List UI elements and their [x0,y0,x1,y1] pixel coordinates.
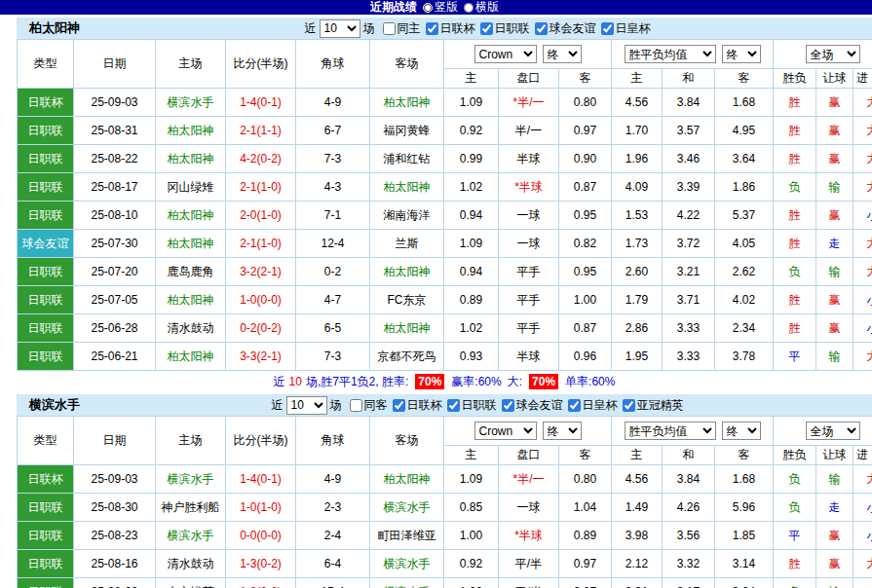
score[interactable]: 1-3(0-2) [226,550,296,578]
filter-checkbox[interactable] [350,399,362,412]
away-team[interactable]: 柏太阳神 [370,465,444,494]
home-team[interactable]: 清水鼓动 [156,314,226,343]
avg-draw-odds: 3.46 [663,145,715,173]
layout-option[interactable]: 竖版 [423,0,458,16]
away-team[interactable]: 柏太阳神 [370,258,444,286]
filter-option[interactable]: 日职联 [447,397,497,414]
score[interactable]: 3-3(2-1) [226,343,296,371]
filter-checkbox[interactable] [426,22,438,35]
recent-count-select[interactable]: 10 [286,396,327,415]
score[interactable]: 0-0(0-0) [226,522,296,550]
filter-checkbox[interactable] [623,399,635,412]
filter-option[interactable]: 同客 [350,397,388,414]
league-badge[interactable]: 日联杯 [18,465,74,494]
score[interactable]: 1-4(0-1) [226,465,296,494]
score[interactable]: 1-0(0-0) [226,578,296,588]
away-team[interactable]: 福冈黄蜂 [370,117,444,145]
away-team[interactable]: 兰斯 [370,230,444,258]
league-badge[interactable]: 日职联 [18,117,74,145]
scope-select[interactable]: 全场 [806,422,860,440]
league-badge[interactable]: 日联杯 [18,89,74,117]
home-team[interactable]: 冈山绿雉 [156,173,226,202]
score[interactable]: 1-0(0-0) [226,286,296,314]
home-team[interactable]: 清水鼓动 [156,550,226,578]
score[interactable]: 4-2(0-2) [226,145,296,173]
odds-final-select[interactable]: 终 [543,45,582,63]
odds-final-select[interactable]: 终 [543,422,582,440]
league-badge[interactable]: 日职联 [18,343,74,371]
layout-option[interactable]: 横版 [464,0,499,16]
league-badge[interactable]: 日职联 [18,145,74,173]
away-team[interactable]: 浦和红钻 [370,145,444,173]
league-badge[interactable]: 日职联 [18,578,74,588]
filter-option[interactable]: 球会友谊 [502,397,563,414]
layout-radio[interactable] [464,3,474,13]
score[interactable]: 2-1(1-1) [226,117,296,145]
home-team[interactable]: 柏太阳神 [156,286,226,314]
league-badge[interactable]: 球会友谊 [18,230,74,258]
home-team[interactable]: 横滨水手 [156,465,226,494]
home-team[interactable]: 神户胜利船 [156,494,226,522]
away-team[interactable]: 町田泽维亚 [370,522,444,550]
home-team[interactable]: 鹿岛鹿角 [156,258,226,286]
league-badge[interactable]: 日职联 [18,522,74,550]
score[interactable]: 3-2(2-1) [226,258,296,286]
filter-checkbox[interactable] [601,22,614,35]
league-badge[interactable]: 日职联 [18,258,74,286]
score[interactable]: 0-2(0-2) [226,314,296,343]
home-team[interactable]: 柏太阳神 [156,145,226,173]
league-badge[interactable]: 日职联 [18,173,74,202]
filter-checkbox[interactable] [568,399,581,412]
league-badge[interactable]: 日职联 [18,314,74,343]
home-team[interactable]: 柏太阳神 [156,202,226,230]
away-team[interactable]: 京都不死鸟 [370,343,444,371]
layout-radio[interactable] [423,3,433,13]
scope-select[interactable]: 全场 [806,45,860,63]
away-team[interactable]: 横滨水手 [370,578,444,588]
odds-company-select[interactable]: Crown [474,422,537,440]
league-badge[interactable]: 日职联 [18,550,74,578]
league-badge[interactable]: 日职联 [18,286,74,314]
home-team[interactable]: 柏太阳神 [156,343,226,371]
home-team[interactable]: 横滨水手 [156,89,226,117]
home-team[interactable]: 柏太阳神 [156,117,226,145]
filter-option[interactable]: 日皇杯 [601,20,651,37]
filter-checkbox[interactable] [383,22,396,35]
away-team[interactable]: 横滨水手 [370,494,444,522]
away-team[interactable]: 横滨水手 [370,550,444,578]
away-team[interactable]: 柏太阳神 [370,89,444,117]
filter-option[interactable]: 日联杯 [393,397,442,414]
filter-checkbox[interactable] [447,399,460,412]
avg-type-select[interactable]: 胜平负均值 [625,422,716,440]
filter-option[interactable]: 日联杯 [426,20,475,37]
home-team[interactable]: 柏太阳神 [156,230,226,258]
filter-option[interactable]: 亚冠精英 [623,397,684,414]
filter-option[interactable]: 日皇杯 [568,397,618,414]
home-team[interactable]: 横滨水手 [156,522,226,550]
filter-checkbox[interactable] [480,22,493,35]
filter-checkbox[interactable] [535,22,548,35]
filter-option[interactable]: 同主 [383,20,421,37]
avg-type-select[interactable]: 胜平负均值 [625,45,716,63]
score[interactable]: 2-0(1-0) [226,202,296,230]
filter-option[interactable]: 日职联 [480,20,530,37]
score[interactable]: 2-1(1-0) [226,230,296,258]
away-team[interactable]: FC东京 [370,286,444,314]
recent-count-select[interactable]: 10 [320,19,360,38]
away-team[interactable]: 柏太阳神 [370,314,444,343]
filter-checkbox[interactable] [502,399,514,412]
score[interactable]: 1-4(0-1) [226,89,296,117]
league-badge[interactable]: 日职联 [18,494,74,522]
odds-company-select[interactable]: Crown [474,45,537,63]
away-team[interactable]: 湘南海洋 [370,202,444,230]
home-team[interactable]: 东京绿茵 [156,578,226,588]
away-team[interactable]: 柏太阳神 [370,173,444,202]
score[interactable]: 2-1(1-0) [226,173,296,202]
filter-checkbox[interactable] [393,399,405,412]
avg-final-select[interactable]: 终 [722,422,761,440]
league-badge[interactable]: 日职联 [18,202,74,230]
home-odds: 0.93 [444,343,499,371]
avg-final-select[interactable]: 终 [722,45,761,63]
filter-option[interactable]: 球会友谊 [535,20,596,37]
score[interactable]: 1-0(1-0) [226,494,296,522]
